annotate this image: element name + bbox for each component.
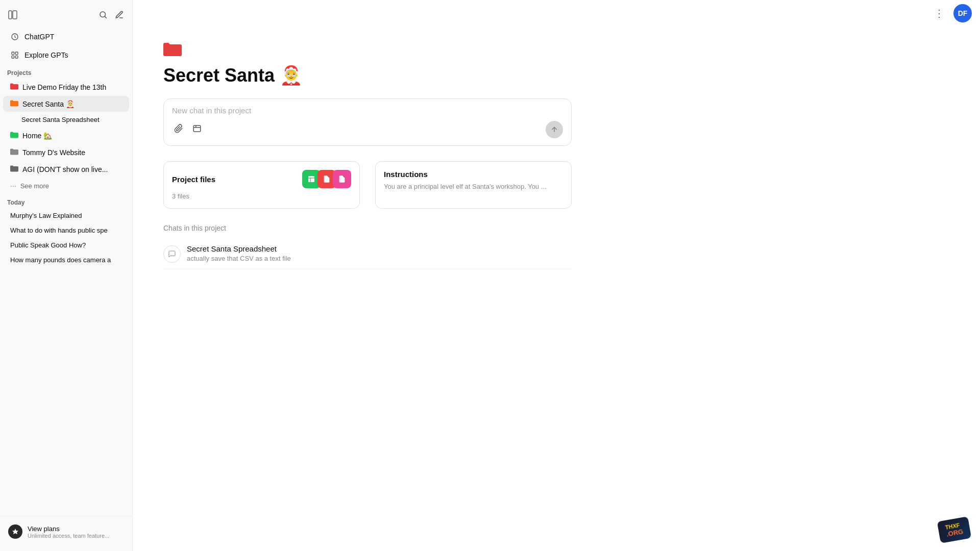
project-title-text: Secret Santa	[163, 65, 275, 86]
tommyd-label: Tommy D's Website	[22, 148, 85, 157]
sidebar-top	[0, 4, 132, 26]
project-info-row: Project files 3 files	[163, 161, 572, 209]
chat-input-area: New chat in this project	[163, 98, 572, 146]
file-icon-pink	[333, 170, 351, 188]
see-more-button[interactable]: ··· See more	[3, 178, 129, 193]
folder-dark-icon	[10, 165, 18, 173]
chat-label-3: Public Speak Good How?	[10, 241, 86, 249]
file-icons	[302, 170, 351, 188]
live-demo-label: Live Demo Friday the 13th	[22, 83, 106, 91]
svg-rect-5	[12, 52, 14, 55]
chatgpt-label: ChatGPT	[24, 33, 54, 41]
project-files-card[interactable]: Project files 3 files	[163, 161, 360, 209]
chats-section-title: Chats in this project	[163, 224, 949, 232]
chat-list-item[interactable]: Secret Santa Spreadsheet actually save t…	[163, 238, 572, 269]
attach-button[interactable]	[172, 122, 185, 138]
chat-placeholder[interactable]: New chat in this project	[172, 106, 563, 115]
see-more-label: See more	[20, 182, 49, 190]
toggle-sidebar-button[interactable]	[6, 8, 19, 21]
svg-rect-6	[15, 52, 18, 55]
today-section-label: Today	[0, 194, 132, 208]
instructions-title: Instructions	[384, 170, 563, 179]
explore-label: Explore GPTs	[24, 51, 68, 59]
explore-icon	[10, 51, 19, 60]
folder-gray2-icon	[10, 148, 18, 157]
more-options-button[interactable]: ⋮	[930, 5, 948, 21]
project-title-emoji: 🤶	[280, 65, 303, 86]
svg-rect-1	[13, 11, 17, 19]
sidebar-item-chatgpt[interactable]: ChatGPT	[3, 28, 129, 45]
files-card-subtitle: 3 files	[172, 192, 351, 200]
sidebar-project-agi[interactable]: AGI (DON'T show on live...	[3, 161, 129, 177]
svg-rect-0	[9, 11, 12, 19]
folder-orange-icon	[10, 99, 18, 108]
search-button[interactable]	[96, 8, 110, 21]
chatgpt-icon	[10, 32, 19, 41]
sidebar-bottom: View plans Unlimited access, team featur…	[0, 516, 132, 547]
project-instructions-card[interactable]: Instructions You are a principal level e…	[375, 161, 572, 209]
new-chat-button[interactable]	[113, 8, 126, 21]
main-content: ⋮ DF Secret Santa 🤶 New chat in this pro…	[133, 0, 980, 551]
projects-section-label: Projects	[0, 64, 132, 79]
sidebar-chat-hands[interactable]: What to do with hands public spe	[3, 223, 129, 237]
sidebar-project-live-demo[interactable]: Live Demo Friday the 13th	[3, 79, 129, 95]
sidebar: ChatGPT Explore GPTs Projects Live Demo …	[0, 0, 133, 551]
svg-rect-10	[193, 126, 201, 132]
sidebar-chat-public-speak[interactable]: Public Speak Good How?	[3, 238, 129, 252]
view-plans-subtitle: Unlimited access, team feature...	[28, 533, 109, 539]
sidebar-chat-murphys-law[interactable]: Murphy's Law Explained	[3, 209, 129, 222]
dots-icon: ···	[10, 182, 16, 190]
tools-button[interactable]	[190, 122, 204, 138]
svg-rect-14	[308, 176, 314, 182]
project-folder-icon	[163, 42, 949, 59]
sidebar-chat-pounds[interactable]: How many pounds does camera a	[3, 253, 129, 267]
folder-red-icon	[10, 83, 18, 91]
send-button[interactable]	[546, 121, 563, 138]
svg-rect-7	[12, 56, 14, 58]
secret-santa-label: Secret Santa 🤶	[22, 100, 75, 108]
sidebar-item-explore[interactable]: Explore GPTs	[3, 46, 129, 64]
user-avatar[interactable]: DF	[953, 4, 972, 22]
svg-line-3	[105, 16, 106, 18]
plans-icon	[8, 524, 22, 539]
view-plans-button[interactable]: View plans Unlimited access, team featur…	[3, 520, 129, 543]
spreadsheet-label: Secret Santa Spreadsheet	[21, 116, 100, 123]
agi-label: AGI (DON'T show on live...	[22, 165, 108, 173]
sidebar-sub-secret-santa-spreadsheet[interactable]: Secret Santa Spreadsheet	[3, 113, 129, 127]
svg-rect-8	[15, 56, 18, 58]
svg-marker-9	[12, 529, 18, 534]
project-area: Secret Santa 🤶 New chat in this project	[133, 27, 980, 551]
chat-label-1: Murphy's Law Explained	[10, 212, 82, 219]
instructions-text: You are a principal level elf at Santa's…	[384, 183, 563, 190]
chat-list-preview: actually save that CSV as a text file	[187, 255, 572, 262]
view-plans-title: View plans	[28, 525, 109, 533]
files-card-title: Project files	[172, 175, 215, 184]
chat-label-2: What to do with hands public spe	[10, 227, 108, 234]
project-title: Secret Santa 🤶	[163, 65, 949, 86]
sidebar-project-home[interactable]: Home 🏡	[3, 128, 129, 143]
sidebar-project-secret-santa[interactable]: Secret Santa 🤶	[3, 96, 129, 112]
home-label: Home 🏡	[22, 132, 52, 140]
chat-bubble-icon	[163, 245, 181, 263]
sidebar-project-tommyd[interactable]: Tommy D's Website	[3, 144, 129, 160]
chat-list-title: Secret Santa Spreadsheet	[187, 244, 572, 253]
folder-green-icon	[10, 131, 18, 140]
main-topbar: ⋮ DF	[133, 0, 980, 27]
svg-point-2	[100, 12, 106, 17]
chat-label-4: How many pounds does camera a	[10, 256, 111, 264]
